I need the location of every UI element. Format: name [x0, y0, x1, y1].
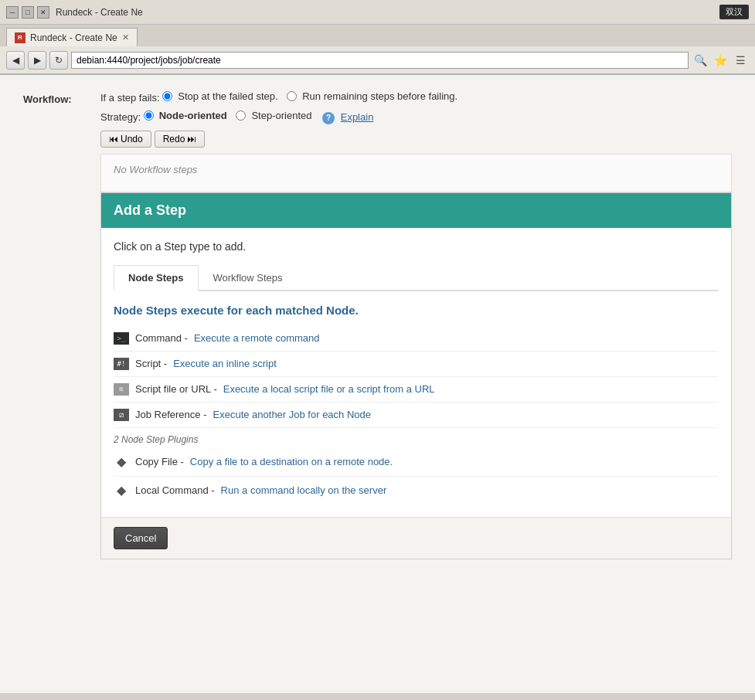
script-icon: #!	[114, 358, 129, 370]
back-button[interactable]: ◀	[6, 51, 25, 70]
undo-button[interactable]: ⏮ Undo	[100, 131, 151, 148]
tab-favicon: R	[15, 32, 26, 43]
command-step-item: >_ Command - Execute a remote command	[114, 326, 719, 352]
jobref-icon: ⧄	[114, 409, 129, 421]
node-steps-heading: Node Steps execute for each matched Node…	[114, 304, 719, 317]
nav-toolbar: ◀ ▶ ↻ 🔍 ⭐ ☰	[0, 46, 755, 74]
if-fails-label: If a step fails:	[100, 92, 160, 104]
cancel-button[interactable]: Cancel	[114, 527, 168, 549]
command-label: Command -	[135, 332, 188, 344]
tab-close-button[interactable]: ✕	[122, 32, 129, 42]
toolbar-icons: 🔍 ⭐ ☰	[692, 52, 749, 69]
localcmd-icon: ◆	[114, 483, 129, 498]
redo-button[interactable]: Redo ⏭	[155, 131, 206, 148]
step-oriented-label: Step-oriented	[251, 110, 311, 121]
run-remaining-option[interactable]: Run remaining steps before failing.	[287, 90, 457, 102]
active-tab[interactable]: R Rundeck - Create Ne ✕	[6, 28, 138, 46]
script-step-item: #! Script - Execute an inline script	[114, 352, 719, 377]
refresh-button[interactable]: ↻	[49, 51, 68, 70]
scriptfile-label: Script file or URL -	[135, 383, 217, 395]
undo-icon: ⏮	[109, 134, 118, 144]
no-steps-text: No Workflow steps	[114, 164, 197, 175]
close-button[interactable]: ✕	[37, 6, 49, 19]
jobref-link[interactable]: Execute another Job for each Node	[213, 409, 372, 420]
minimize-button[interactable]: ─	[6, 6, 19, 19]
run-remaining-radio[interactable]	[287, 91, 297, 101]
os-label: 双汉	[719, 5, 749, 19]
help-icon[interactable]: ?	[322, 112, 335, 124]
tab-label: Rundeck - Create Ne	[30, 32, 117, 43]
strategy-label: Strategy:	[100, 111, 141, 123]
scriptfile-step-item: ≡ Script file or URL - Execute a local s…	[114, 377, 719, 403]
tab-bar: R Rundeck - Create Ne ✕	[0, 25, 755, 46]
scriptfile-link[interactable]: Execute a local script file or a script …	[223, 383, 435, 395]
undo-redo-toolbar: ⏮ Undo Redo ⏭	[100, 131, 732, 148]
browser-chrome: ─ □ ✕ Rundeck - Create Ne 双汉 R Rundeck -…	[0, 0, 755, 75]
jobref-step-item: ⧄ Job Reference - Execute another Job fo…	[114, 403, 719, 428]
script-symbol: #!	[117, 360, 126, 368]
plugins-heading: 2 Node Step Plugins	[114, 428, 719, 448]
add-step-title: Add a Step	[114, 202, 186, 218]
scriptfile-icon: ≡	[114, 383, 129, 396]
stop-radio[interactable]	[162, 91, 172, 101]
add-step-header: Add a Step	[101, 193, 731, 228]
forward-button[interactable]: ▶	[28, 51, 46, 70]
no-steps-area: No Workflow steps	[100, 154, 732, 192]
step-tabs: Node Steps Workflow Steps	[114, 265, 719, 291]
redo-icon: ⏭	[187, 134, 196, 144]
file-symbol: ≡	[119, 385, 124, 393]
node-oriented-option[interactable]: Node-oriented	[144, 110, 227, 121]
forward-icon: ▶	[34, 55, 41, 66]
explain-link[interactable]: Explain	[341, 111, 374, 123]
menu-btn[interactable]: ☰	[732, 52, 749, 69]
command-link[interactable]: Execute a remote command	[194, 332, 320, 344]
click-instruction: Click on a Step type to add.	[114, 240, 719, 253]
tab-node-steps[interactable]: Node Steps	[114, 265, 199, 291]
window-title: Rundeck - Create Ne	[56, 7, 143, 18]
page-content: Workflow: If a step fails: Stop at the f…	[0, 75, 755, 693]
localcmd-label: Local Command -	[135, 484, 215, 496]
localcmd-link[interactable]: Run a command locally on the server	[221, 484, 387, 496]
tab-node-label: Node Steps	[128, 272, 184, 284]
add-step-body: Click on a Step type to add. Node Steps …	[101, 228, 731, 517]
workflow-options: If a step fails: Stop at the failed step…	[100, 90, 732, 559]
refresh-icon: ↻	[55, 55, 63, 66]
workflow-label: Workflow:	[23, 90, 85, 559]
command-icon: >_	[114, 332, 129, 345]
address-bar[interactable]	[71, 52, 689, 69]
stop-option[interactable]: Stop at the failed step.	[162, 90, 277, 102]
undo-label: Undo	[121, 134, 143, 144]
titlebar: ─ □ ✕ Rundeck - Create Ne 双汉	[0, 0, 755, 25]
diamond-symbol-2: ◆	[117, 483, 126, 498]
script-link[interactable]: Execute an inline script	[173, 358, 277, 369]
window-controls: ─ □ ✕	[6, 6, 49, 19]
job-symbol: ⧄	[119, 410, 124, 420]
diamond-symbol-1: ◆	[117, 454, 126, 469]
search-icon-btn[interactable]: 🔍	[692, 52, 709, 69]
redo-label: Redo	[163, 134, 185, 144]
script-label: Script -	[135, 358, 167, 369]
tab-workflow-label: Workflow Steps	[213, 272, 283, 284]
copyfile-step-item: ◆ Copy File - Copy a file to a destinati…	[114, 448, 719, 477]
add-step-panel: Add a Step Click on a Step type to add. …	[100, 192, 732, 559]
jobref-label: Job Reference -	[135, 409, 207, 420]
workflow-section: Workflow: If a step fails: Stop at the f…	[23, 90, 732, 559]
stop-label: Stop at the failed step.	[178, 90, 277, 102]
node-oriented-label: Node-oriented	[159, 110, 227, 121]
tab-workflow-steps[interactable]: Workflow Steps	[199, 265, 298, 291]
if-fails-row: If a step fails: Stop at the failed step…	[100, 90, 732, 104]
localcmd-step-item: ◆ Local Command - Run a command locally …	[114, 477, 719, 505]
copyfile-link[interactable]: Copy a file to a destination on a remote…	[190, 456, 393, 467]
run-remaining-label: Run remaining steps before failing.	[302, 90, 457, 102]
node-oriented-radio[interactable]	[144, 110, 154, 121]
step-oriented-option[interactable]: Step-oriented	[236, 110, 311, 121]
copyfile-icon: ◆	[114, 454, 129, 470]
bookmark-btn[interactable]: ⭐	[712, 52, 729, 69]
copyfile-label: Copy File -	[135, 456, 184, 467]
cmd-symbol: >_	[117, 335, 126, 342]
add-step-footer: Cancel	[101, 517, 731, 559]
step-oriented-radio[interactable]	[236, 110, 246, 121]
strategy-row: Strategy: Node-oriented Step-oriented ? …	[100, 110, 732, 124]
maximize-button[interactable]: □	[22, 6, 34, 19]
back-icon: ◀	[12, 55, 19, 66]
